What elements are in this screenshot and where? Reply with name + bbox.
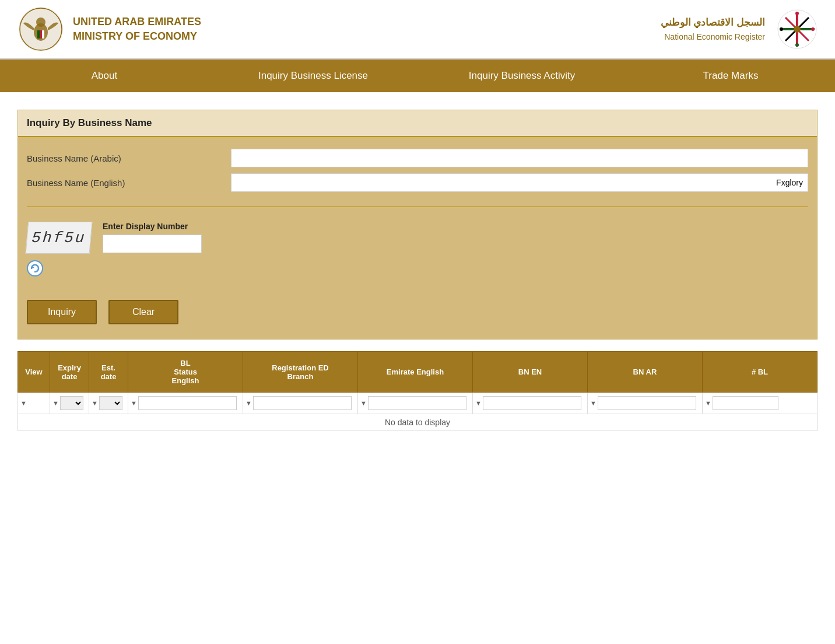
col-reg-branch: Registration ED Branch — [243, 352, 358, 393]
nav-inquiry-business-license[interactable]: Inquiry Business License — [209, 60, 418, 92]
filter-row: ▼ ▼ ▼ — [18, 393, 818, 414]
col-est-date: Est. date — [89, 352, 128, 393]
no-data-message: No data to display — [18, 414, 818, 431]
filter-est-date: ▼ — [89, 393, 128, 414]
bl-status-filter-input[interactable] — [138, 396, 237, 410]
filter-bl-num: ▼ — [702, 393, 817, 414]
org-title: UNITED ARAB EMIRATES MINISTRY OF ECONOMY — [73, 15, 201, 44]
no-data-row: No data to display — [18, 414, 818, 431]
col-emirate-en: Emirate English — [358, 352, 473, 393]
filter-emirate-icon: ▼ — [360, 400, 367, 407]
col-view: View — [18, 352, 50, 393]
captcha-label: Enter Display Number — [103, 222, 202, 231]
filter-bn-en: ▼ — [472, 393, 587, 414]
svg-point-13 — [795, 12, 799, 15]
button-row: Inquiry Clear — [18, 288, 817, 339]
filter-icon: ▼ — [20, 400, 27, 407]
filter-bl-status-icon: ▼ — [131, 400, 137, 407]
filter-view: ▼ — [18, 393, 50, 414]
bn-en-filter-input[interactable] — [483, 396, 581, 410]
refresh-captcha-icon[interactable] — [27, 260, 43, 276]
filter-reg-icon: ▼ — [245, 400, 252, 407]
filter-bn-en-icon: ▼ — [475, 400, 482, 407]
results-table-section: View Expiry date Est. date BL Status Eng… — [17, 351, 818, 431]
col-bl-status: BL Status English — [128, 352, 243, 393]
svg-rect-5 — [37, 30, 40, 38]
arabic-field-label: Business Name (Arabic) — [27, 153, 225, 163]
filter-emirate: ▼ — [358, 393, 473, 414]
svg-point-16 — [811, 27, 815, 31]
col-expiry-date: Expiry date — [50, 352, 89, 393]
ner-logo-icon — [777, 9, 818, 50]
captcha-image: 5hf5u — [26, 222, 93, 254]
header-right: السجل الاقتصادي الوطني National Economic… — [661, 9, 818, 50]
filter-expiry-icon: ▼ — [52, 400, 59, 407]
svg-point-17 — [27, 261, 43, 276]
english-name-input[interactable] — [231, 173, 808, 192]
svg-point-14 — [795, 43, 799, 47]
est-date-filter-select[interactable] — [99, 396, 122, 410]
svg-point-15 — [780, 27, 783, 31]
svg-point-12 — [794, 26, 801, 33]
bn-ar-filter-input[interactable] — [598, 396, 696, 410]
col-bl-num: # BL — [702, 352, 817, 393]
clear-button[interactable]: Clear — [108, 300, 178, 324]
svg-rect-6 — [42, 30, 44, 38]
arabic-name-input[interactable] — [231, 149, 808, 167]
section-title: Inquiry By Business Name — [27, 117, 808, 129]
nav-inquiry-business-activity[interactable]: Inquiry Business Activity — [418, 60, 626, 92]
expiry-date-filter-select[interactable] — [60, 396, 83, 410]
filter-reg-branch: ▼ — [243, 393, 358, 414]
filter-bl-num-icon: ▼ — [705, 400, 711, 407]
header: UNITED ARAB EMIRATES MINISTRY OF ECONOMY… — [0, 0, 835, 60]
english-field-label: Business Name (English) — [27, 178, 225, 188]
uae-emblem-icon — [17, 6, 64, 52]
header-left: UNITED ARAB EMIRATES MINISTRY OF ECONOMY — [17, 6, 201, 52]
filter-expiry-date: ▼ — [50, 393, 89, 414]
nav-about[interactable]: About — [0, 60, 209, 92]
ner-title: السجل الاقتصادي الوطني National Economic… — [661, 15, 765, 44]
search-fields: Business Name (Arabic) Business Name (En… — [18, 137, 817, 198]
col-bn-en: BN EN — [472, 352, 587, 393]
svg-point-3 — [36, 18, 45, 27]
divider — [27, 206, 808, 207]
filter-bn-ar-icon: ▼ — [590, 400, 597, 407]
nav-trade-marks[interactable]: Trade Marks — [626, 60, 835, 92]
main-content: Inquiry By Business Name Business Name (… — [0, 92, 835, 431]
search-section: Inquiry By Business Name Business Name (… — [17, 110, 818, 340]
filter-bn-ar: ▼ — [587, 393, 702, 414]
col-bn-ar: BN AR — [587, 352, 702, 393]
inquiry-button[interactable]: Inquiry — [27, 300, 97, 324]
reg-branch-filter-input[interactable] — [253, 396, 352, 410]
results-table: View Expiry date Est. date BL Status Eng… — [17, 351, 818, 431]
bl-num-filter-input[interactable] — [713, 396, 778, 410]
captcha-section: 5hf5u Enter Display Number — [18, 216, 817, 288]
filter-est-icon: ▼ — [92, 400, 98, 407]
main-nav: About Inquiry Business License Inquiry B… — [0, 60, 835, 92]
search-section-header: Inquiry By Business Name — [18, 110, 817, 137]
emirate-filter-input[interactable] — [368, 396, 466, 410]
filter-bl-status: ▼ — [128, 393, 243, 414]
captcha-input[interactable] — [103, 235, 202, 253]
